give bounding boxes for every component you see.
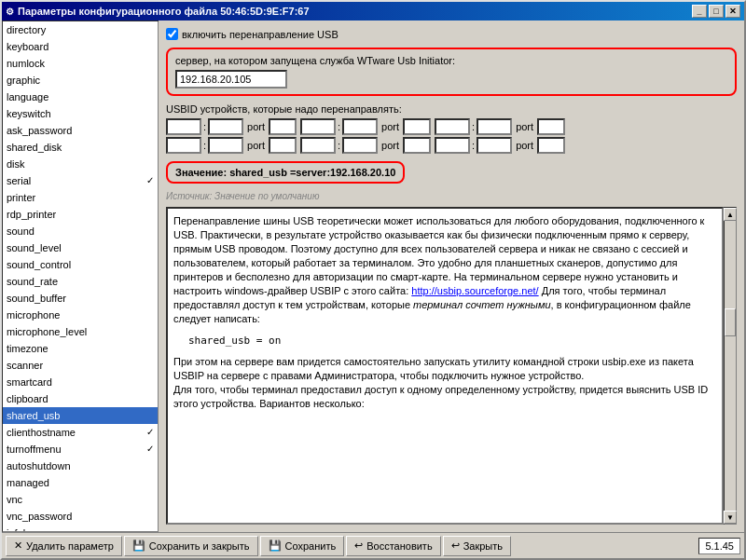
- usbid-input-2b[interactable]: [208, 137, 243, 154]
- usbid-input-2a[interactable]: [166, 137, 201, 154]
- usbid-input-3a[interactable]: [300, 118, 336, 135]
- sidebar-item-printer[interactable]: printer: [3, 189, 158, 206]
- sidebar-item-label: sound_level: [7, 239, 62, 256]
- sidebar-item-infobox[interactable]: infobox: [3, 525, 158, 532]
- sidebar-item-language[interactable]: language: [3, 89, 158, 105]
- save-close-button[interactable]: 💾 Сохранить и закрыть: [124, 536, 258, 556]
- sidebar-item-label: sound: [7, 223, 35, 239]
- delete-icon: ✕: [14, 540, 22, 552]
- sidebar-item-autoshutdown[interactable]: autoshutdown: [3, 458, 158, 474]
- scroll-down-button[interactable]: ▼: [724, 511, 737, 524]
- port-label-4: port: [381, 140, 399, 151]
- usbid-input-1b[interactable]: [208, 118, 243, 135]
- restore-button[interactable]: ↩ Восстановить: [346, 536, 440, 556]
- sidebar-item-timezone[interactable]: timezone: [3, 340, 158, 357]
- desc-scroll-container: Перенаправление шины USB теоретически мо…: [166, 207, 737, 525]
- usb-checkbox-text: включить перенаправление USB: [182, 29, 338, 40]
- sidebar-item-label: ask_password: [7, 122, 72, 139]
- sidebar-item-sound_rate[interactable]: sound_rate: [3, 273, 158, 290]
- usbid-section: USBID устройств, которые надо перенаправ…: [166, 103, 737, 154]
- sidebar-check: ✓: [146, 424, 154, 441]
- sidebar-item-vnc_password[interactable]: vnc_password: [3, 508, 158, 525]
- usbid-input-4b[interactable]: [342, 137, 378, 154]
- usbip-link[interactable]: http://usbip.sourceforge.net/: [411, 285, 538, 296]
- sidebar-item-label: microphone: [7, 307, 60, 323]
- port-input-2[interactable]: [269, 137, 297, 154]
- usbid-input-5a[interactable]: [435, 118, 470, 135]
- scroll-thumb[interactable]: [725, 308, 736, 336]
- sidebar-item-label: infobox: [7, 525, 39, 532]
- port-label-6: port: [516, 140, 533, 151]
- save-label: Сохранить: [285, 540, 337, 552]
- sidebar-item-graphic[interactable]: graphic: [3, 72, 158, 89]
- server-label: сервер, на котором запущена служба WTwar…: [175, 55, 727, 66]
- usb-checkbox-label[interactable]: включить перенаправление USB: [166, 28, 338, 40]
- sidebar-list: directorykeyboardnumlockgraphiclanguagek…: [3, 21, 158, 532]
- sidebar-item-keyswitch[interactable]: keyswitch: [3, 105, 158, 122]
- usbid-input-6a[interactable]: [435, 137, 470, 154]
- sidebar-item-smartcard[interactable]: smartcard: [3, 374, 158, 390]
- restore-icon: ↩: [354, 540, 363, 552]
- scroll-up-button[interactable]: ▲: [724, 208, 737, 221]
- usbid-input-5b[interactable]: [477, 118, 512, 135]
- sidebar-item-microphone[interactable]: microphone: [3, 307, 158, 323]
- minimize-button[interactable]: _: [692, 5, 707, 18]
- port-input-4[interactable]: [403, 137, 431, 154]
- sidebar-item-sound[interactable]: sound: [3, 223, 158, 239]
- sidebar-item-microphone_level[interactable]: microphone_level: [3, 323, 158, 340]
- usbid-row-1: : port: [166, 118, 297, 135]
- close-button-statusbar[interactable]: ↩ Закрыть: [443, 536, 511, 556]
- sidebar-item-ask_password[interactable]: ask_password: [3, 122, 158, 139]
- delete-param-button[interactable]: ✕ Удалить параметр: [6, 536, 122, 556]
- sidebar-item-label: smartcard: [7, 374, 52, 390]
- sidebar-item-clipboard[interactable]: clipboard: [3, 390, 158, 407]
- sidebar-item-keyboard[interactable]: keyboard: [3, 38, 158, 55]
- delete-btn-label: Удалить параметр: [26, 540, 114, 552]
- sidebar-item-shared_disk[interactable]: shared_disk: [3, 139, 158, 156]
- usbid-input-4a[interactable]: [300, 137, 336, 154]
- main-panel: включить перенаправление USB сервер, на …: [159, 20, 744, 532]
- sidebar-item-label: autoshutdown: [7, 458, 71, 474]
- sidebar-item-turnoffmenu[interactable]: turnoffmenu✓: [3, 441, 158, 458]
- sidebar-item-label: scanner: [7, 357, 43, 374]
- sidebar-item-sound_level[interactable]: sound_level: [3, 239, 158, 256]
- sidebar-item-sound_buffer[interactable]: sound_buffer: [3, 290, 158, 307]
- sidebar-item-label: shared_usb: [7, 407, 61, 424]
- sidebar-item-managed[interactable]: managed: [3, 474, 158, 491]
- sidebar-item-directory[interactable]: directory: [3, 21, 158, 38]
- usbid-input-1a[interactable]: [166, 118, 201, 135]
- sidebar-item-numlock[interactable]: numlock: [3, 55, 158, 72]
- sidebar-item-rdp_printer[interactable]: rdp_printer: [3, 206, 158, 223]
- sidebar-item-sound_control[interactable]: sound_control: [3, 256, 158, 273]
- close-button[interactable]: ✕: [725, 5, 740, 18]
- sidebar-item-scanner[interactable]: scanner: [3, 357, 158, 374]
- sidebar-item-shared_usb[interactable]: shared_usb: [3, 407, 158, 424]
- save-close-icon: 💾: [132, 540, 145, 552]
- maximize-button[interactable]: □: [709, 5, 724, 18]
- usb-checkbox[interactable]: [166, 28, 178, 40]
- desc-scrollbar[interactable]: ▲ ▼: [724, 207, 737, 525]
- port-input-5[interactable]: [537, 118, 565, 135]
- version-label: 5.1.45: [698, 538, 740, 554]
- sidebar-item-label: language: [7, 89, 48, 105]
- save-button[interactable]: 💾 Сохранить: [260, 536, 345, 556]
- colon-5: :: [472, 121, 475, 132]
- sidebar-item-label: turnoffmenu: [7, 441, 62, 458]
- close-icon: ↩: [451, 540, 460, 552]
- sidebar-item-serial[interactable]: serial✓: [3, 172, 158, 189]
- server-input[interactable]: [175, 70, 287, 89]
- sidebar-item-clienthostname[interactable]: clienthostname✓: [3, 424, 158, 441]
- sidebar-item-vnc[interactable]: vnc: [3, 491, 158, 508]
- sidebar-item-label: vnc: [7, 491, 22, 508]
- usbid-input-3b[interactable]: [342, 118, 378, 135]
- port-input-6[interactable]: [537, 137, 565, 154]
- server-section: сервер, на котором запущена служба WTwar…: [166, 48, 737, 96]
- sidebar-item-label: graphic: [7, 72, 40, 89]
- sidebar-item-disk[interactable]: disk: [3, 156, 158, 172]
- port-input-3[interactable]: [403, 118, 431, 135]
- desc-para-1: Перенаправление шины USB теоретически мо…: [173, 214, 716, 326]
- port-input-1[interactable]: [269, 118, 297, 135]
- usbid-input-6b[interactable]: [477, 137, 512, 154]
- code-block: shared_usb = on: [173, 332, 716, 349]
- description-box[interactable]: Перенаправление шины USB теоретически мо…: [166, 207, 724, 525]
